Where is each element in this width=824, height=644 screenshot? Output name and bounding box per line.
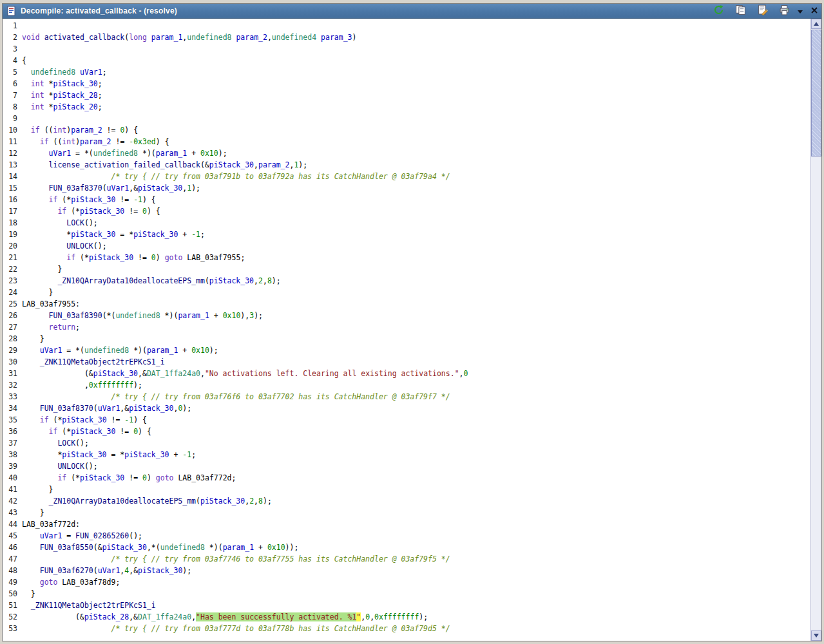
code-line[interactable]: 48 FUN_03af6270(uVar1,4,&piStack_30); xyxy=(3,565,810,576)
code-line[interactable]: 29 uVar1 = *(undefined8 *)(param_1 + 0x1… xyxy=(3,345,810,356)
line-number: 28 xyxy=(3,333,17,345)
code-line[interactable]: 8 int *piStack_20; xyxy=(3,101,810,113)
line-number: 14 xyxy=(3,171,17,182)
code-line[interactable]: 32 ,0xffffffff); xyxy=(3,379,810,391)
code-lines[interactable]: 12void activated_callback(long param_1,u… xyxy=(3,19,810,641)
code-line[interactable]: 11 if ((int)param_2 != -0x3ed) { xyxy=(3,136,810,147)
code-line[interactable]: 47 /* try { // try from 03af7746 to 03af… xyxy=(3,553,810,565)
line-number: 19 xyxy=(3,229,17,240)
code-line[interactable]: 5 undefined8 uVar1; xyxy=(3,66,810,78)
line-number: 37 xyxy=(3,437,17,449)
code-line[interactable]: 14 /* try { // try from 03af791b to 03af… xyxy=(3,171,810,182)
code-line[interactable]: 35 if (*piStack_30 != -1) { xyxy=(3,414,810,426)
refresh-button[interactable] xyxy=(712,5,725,17)
code-line[interactable]: 25LAB_03af7955: xyxy=(3,298,810,310)
line-number: 9 xyxy=(3,113,17,124)
line-number: 11 xyxy=(3,136,17,147)
code-line[interactable]: 20 UNLOCK(); xyxy=(3,240,810,252)
code-line[interactable]: 26 FUN_03af8390(*(undefined8 *)(param_1 … xyxy=(3,310,810,321)
line-number: 22 xyxy=(3,263,17,275)
code-line[interactable]: 3 xyxy=(3,43,810,55)
line-number: 33 xyxy=(3,391,17,402)
close-icon xyxy=(810,6,818,16)
code-line[interactable]: 7 int *piStack_28; xyxy=(3,90,810,101)
code-line[interactable]: 17 if (*piStack_30 != 0) { xyxy=(3,205,810,217)
code-line[interactable]: 2void activated_callback(long param_1,un… xyxy=(3,32,810,43)
line-number: 42 xyxy=(3,495,17,507)
code-line[interactable]: 41 } xyxy=(3,484,810,495)
line-number: 8 xyxy=(3,101,17,113)
code-line[interactable]: 51 _ZNK11QMetaObject2trEPKcS1_i xyxy=(3,600,810,611)
code-line[interactable]: 23 _ZN10QArrayData10deallocateEPS_mm(piS… xyxy=(3,275,810,287)
line-number: 10 xyxy=(3,124,17,136)
code-line[interactable]: 28 } xyxy=(3,333,810,345)
scrollbar-thumb[interactable] xyxy=(811,30,821,156)
titlebar[interactable]: Decompile: activated_callback - (resolve… xyxy=(3,4,821,19)
line-number: 41 xyxy=(3,484,17,495)
line-number: 48 xyxy=(3,565,17,576)
code-line[interactable]: 21 if (*piStack_30 != 0) goto LAB_03af79… xyxy=(3,252,810,263)
close-button[interactable] xyxy=(810,5,819,17)
code-line[interactable]: 39 UNLOCK(); xyxy=(3,460,810,472)
code-line[interactable]: 31 (&piStack_30,&DAT_1ffa24a0,"No activa… xyxy=(3,368,810,379)
code-line[interactable]: 16 if (*piStack_30 != -1) { xyxy=(3,194,810,205)
chevron-down-icon xyxy=(797,6,803,16)
copy-icon xyxy=(735,5,746,17)
line-number: 53 xyxy=(3,623,17,634)
code-line[interactable]: 1 xyxy=(3,20,810,32)
line-number: 51 xyxy=(3,600,17,611)
panel-menu-button[interactable] xyxy=(796,5,805,17)
code-line[interactable]: 15 FUN_03af8370(uVar1,&piStack_30,1); xyxy=(3,182,810,194)
line-number: 21 xyxy=(3,252,17,263)
code-line[interactable]: 6 int *piStack_30; xyxy=(3,78,810,90)
decompile-window: Decompile: activated_callback - (resolve… xyxy=(2,3,822,641)
code-line[interactable]: 33 /* try { // try from 03af76f6 to 03af… xyxy=(3,391,810,402)
line-number: 35 xyxy=(3,414,17,426)
code-line[interactable]: 46 FUN_03af8550(&piStack_30,*(undefined8… xyxy=(3,542,810,553)
code-line[interactable]: 19 *piStack_30 = *piStack_30 + -1; xyxy=(3,229,810,240)
code-line[interactable]: 30 _ZNK11QMetaObject2trEPKcS1_i xyxy=(3,356,810,368)
line-number: 32 xyxy=(3,379,17,391)
print-button[interactable] xyxy=(778,5,790,17)
export-button[interactable] xyxy=(756,5,769,17)
code-line[interactable]: 50 } xyxy=(3,588,810,600)
code-line[interactable]: 24 } xyxy=(3,287,810,298)
code-line[interactable]: 53 /* try { // try from 03af777d to 03af… xyxy=(3,623,810,634)
code-line[interactable]: 13 license_activation_failed_callback(&p… xyxy=(3,159,810,171)
code-line[interactable]: 45 uVar1 = FUN_02865260(); xyxy=(3,530,810,542)
window-title: Decompile: activated_callback - (resolve… xyxy=(21,6,177,15)
code-line[interactable]: 4{ xyxy=(3,55,810,66)
line-number: 3 xyxy=(3,43,17,55)
code-line[interactable]: 10 if ((int)param_2 != 0) { xyxy=(3,124,810,136)
code-line[interactable]: 43 } xyxy=(3,507,810,518)
code-line[interactable]: 34 FUN_03af8370(uVar1,&piStack_30,0); xyxy=(3,402,810,414)
code-line[interactable]: 12 uVar1 = *(undefined8 *)(param_1 + 0x1… xyxy=(3,147,810,159)
line-number: 44 xyxy=(3,518,17,530)
line-number: 7 xyxy=(3,90,17,101)
line-number: 50 xyxy=(3,588,17,600)
scroll-down-button[interactable] xyxy=(811,630,821,641)
scrollbar-track[interactable] xyxy=(811,29,821,630)
code-line[interactable]: 49 goto LAB_03af78d9; xyxy=(3,576,810,588)
scroll-up-button[interactable] xyxy=(811,19,821,29)
line-number: 5 xyxy=(3,66,17,78)
line-number: 27 xyxy=(3,321,17,333)
code-line[interactable]: 38 *piStack_30 = *piStack_30 + -1; xyxy=(3,449,810,460)
line-number: 29 xyxy=(3,345,17,356)
code-line[interactable]: 42 _ZN10QArrayData10deallocateEPS_mm(piS… xyxy=(3,495,810,507)
code-line[interactable]: 27 return; xyxy=(3,321,810,333)
code-line[interactable]: 22 } xyxy=(3,263,810,275)
line-number: 13 xyxy=(3,159,17,171)
line-number: 52 xyxy=(3,611,17,623)
code-line[interactable]: 37 LOCK(); xyxy=(3,437,810,449)
code-line[interactable]: 9 xyxy=(3,113,810,124)
code-line[interactable]: 40 if (*piStack_30 != 0) goto LAB_03af77… xyxy=(3,472,810,484)
line-number: 2 xyxy=(3,32,17,43)
code-line[interactable]: 18 LOCK(); xyxy=(3,217,810,229)
code-line[interactable]: 52 (&piStack_28,&DAT_1ffa24a0,"Has been … xyxy=(3,611,810,623)
vertical-scrollbar[interactable] xyxy=(810,19,821,641)
line-number: 20 xyxy=(3,240,17,252)
code-line[interactable]: 44LAB_03af772d: xyxy=(3,518,810,530)
copy-button[interactable] xyxy=(734,5,747,17)
code-line[interactable]: 36 if (*piStack_30 != 0) { xyxy=(3,426,810,437)
